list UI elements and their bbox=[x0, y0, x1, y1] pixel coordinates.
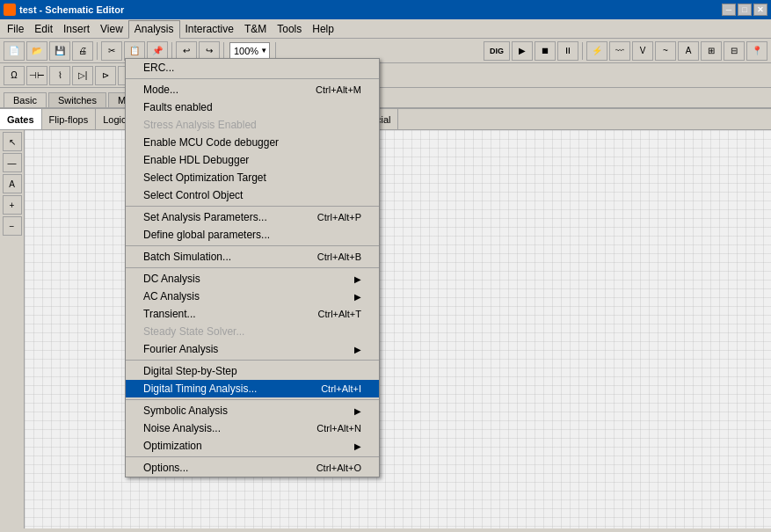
menu-item-enable-hdl-debugger[interactable]: Enable HDL Debugger bbox=[126, 151, 379, 169]
select-tool[interactable]: ↖ bbox=[3, 132, 22, 151]
tab-switches[interactable]: Switches bbox=[48, 92, 106, 107]
wire-tool[interactable]: — bbox=[3, 153, 22, 172]
oscilloscope-button[interactable]: 〰 bbox=[609, 41, 630, 61]
menu-tm[interactable]: T&M bbox=[239, 19, 272, 38]
open-button[interactable]: 📂 bbox=[26, 41, 47, 61]
sep3 bbox=[223, 42, 224, 60]
zoom-dropdown-arrow[interactable]: ▼ bbox=[260, 47, 267, 55]
menu-item-dc-analysis[interactable]: DC Analysis▶ bbox=[126, 270, 379, 288]
probe-button[interactable]: ⚡ bbox=[586, 41, 607, 61]
menu-item-shortcut: Ctrl+Alt+O bbox=[316, 463, 361, 473]
menu-item-shortcut: Ctrl+Alt+T bbox=[317, 309, 361, 319]
menu-item-shortcut: Ctrl+Alt+B bbox=[317, 251, 361, 262]
menu-item-set-analysis-parameters---[interactable]: Set Analysis Parameters...Ctrl+Alt+P bbox=[126, 208, 379, 226]
menu-tools[interactable]: Tools bbox=[272, 19, 307, 38]
comp-transistor[interactable]: ⊳ bbox=[95, 66, 116, 85]
menu-item-label: Stress Analysis Enabled bbox=[143, 119, 257, 131]
menu-separator-27 bbox=[126, 456, 379, 457]
menu-separator-9 bbox=[126, 206, 379, 207]
comp-tab-gates[interactable]: Gates bbox=[0, 109, 42, 129]
comp-capacitor[interactable]: ⊣⊢ bbox=[26, 66, 47, 85]
extra3-button[interactable]: 📍 bbox=[746, 41, 767, 61]
close-button[interactable]: ✕ bbox=[753, 4, 767, 16]
menu-item-label: Optimization bbox=[143, 440, 202, 452]
component-toolbar: Ω ⊣⊢ ⌇ ▷| ⊳ ◎ □ — ⊕ ≡ ⏚ ⏛ bbox=[0, 63, 771, 88]
menu-item-select-optimization-target[interactable]: Select Optimization Target bbox=[126, 169, 379, 186]
menu-item-arrow: ▶ bbox=[354, 441, 361, 451]
menu-item-fourier-analysis[interactable]: Fourier Analysis▶ bbox=[126, 340, 379, 358]
source-button[interactable]: ~ bbox=[655, 41, 676, 61]
zoom-control[interactable]: 100% ▼ bbox=[229, 42, 270, 60]
menu-item-transient---[interactable]: Transient...Ctrl+Alt+T bbox=[126, 305, 379, 323]
menu-bar: File Edit Insert View Analysis Interacti… bbox=[0, 19, 771, 39]
menu-item-label: Batch Simulation... bbox=[143, 251, 231, 263]
comp-diode[interactable]: ▷| bbox=[72, 66, 93, 85]
menu-help[interactable]: Help bbox=[307, 19, 339, 38]
zoom-in-tool[interactable]: + bbox=[3, 195, 22, 215]
menu-item-label: Set Analysis Parameters... bbox=[143, 211, 267, 223]
menu-item-label: Digital Timing Analysis... bbox=[143, 383, 257, 395]
dig-button[interactable]: DIG bbox=[484, 41, 510, 61]
cut-button[interactable]: ✂ bbox=[101, 41, 122, 61]
pause-button[interactable]: ⏸ bbox=[557, 41, 578, 61]
zoom-out-tool[interactable]: − bbox=[3, 216, 22, 236]
menu-edit[interactable]: Edit bbox=[29, 19, 58, 38]
menu-item-arrow: ▶ bbox=[354, 345, 361, 354]
menu-item-arrow: ▶ bbox=[354, 406, 361, 416]
label-tool[interactable]: A bbox=[3, 174, 22, 193]
extra2-button[interactable]: ⊟ bbox=[724, 41, 745, 61]
menu-item-mode---[interactable]: Mode...Ctrl+Alt+M bbox=[126, 81, 379, 98]
analysis-dropdown-menu: ERC...Mode...Ctrl+Alt+MFaults enabledStr… bbox=[125, 58, 380, 477]
print-button[interactable]: 🖨 bbox=[72, 41, 93, 61]
zoom-value: 100% bbox=[232, 46, 260, 56]
menu-item-stress-analysis-enabled: Stress Analysis Enabled bbox=[126, 116, 379, 134]
menu-item-label: Symbolic Analysis bbox=[143, 404, 228, 417]
menu-item-faults-enabled[interactable]: Faults enabled bbox=[126, 98, 379, 116]
menu-item-batch-simulation---[interactable]: Batch Simulation...Ctrl+Alt+B bbox=[126, 248, 379, 266]
menu-item-shortcut: Ctrl+Alt+M bbox=[316, 84, 361, 95]
menu-view[interactable]: View bbox=[95, 19, 128, 38]
menu-item-optimization[interactable]: Optimization▶ bbox=[126, 437, 379, 455]
app-icon bbox=[4, 4, 16, 16]
save-button[interactable]: 💾 bbox=[49, 41, 70, 61]
sep1 bbox=[97, 42, 98, 60]
menu-item-label: ERC... bbox=[143, 62, 174, 74]
menu-item-digital-timing-analysis---[interactable]: Digital Timing Analysis...Ctrl+Alt+I bbox=[126, 380, 379, 397]
menu-item-enable-mcu-code-debugger[interactable]: Enable MCU Code debugger bbox=[126, 134, 379, 151]
minimize-button[interactable]: ─ bbox=[722, 4, 736, 16]
comp-resistor[interactable]: Ω bbox=[4, 66, 25, 85]
menu-item-options---[interactable]: Options...Ctrl+Alt+O bbox=[126, 459, 379, 477]
comp-tab-flipflops[interactable]: Flip-flops bbox=[42, 109, 97, 129]
menu-item-symbolic-analysis[interactable]: Symbolic Analysis▶ bbox=[126, 402, 379, 419]
analysis-button[interactable]: A bbox=[678, 41, 699, 61]
menu-item-label: Faults enabled bbox=[143, 101, 213, 113]
menu-item-label: Select Optimization Target bbox=[143, 171, 266, 184]
new-button[interactable]: 📄 bbox=[4, 41, 25, 61]
menu-item-erc---[interactable]: ERC... bbox=[126, 59, 379, 77]
menu-item-label: Fourier Analysis bbox=[143, 343, 218, 355]
sep5 bbox=[582, 42, 583, 60]
menu-item-label: Transient... bbox=[143, 308, 196, 320]
maximize-button[interactable]: □ bbox=[738, 4, 752, 16]
menu-item-label: Enable MCU Code debugger bbox=[143, 136, 279, 149]
menu-item-noise-analysis---[interactable]: Noise Analysis...Ctrl+Alt+N bbox=[126, 419, 379, 437]
title-bar: test - Schematic Editor ─ □ ✕ bbox=[0, 0, 771, 19]
component-tabs: Gates Flip-flops Logic ICs-MCUs AD/DA-55… bbox=[0, 109, 771, 130]
menu-interactive[interactable]: Interactive bbox=[180, 19, 239, 38]
menu-item-digital-step-by-step[interactable]: Digital Step-by-Step bbox=[126, 362, 379, 380]
comp-inductor[interactable]: ⌇ bbox=[49, 66, 70, 85]
sep4 bbox=[275, 42, 276, 60]
menu-analysis[interactable]: Analysis bbox=[128, 20, 180, 39]
run-button[interactable]: ▶ bbox=[512, 41, 533, 61]
menu-item-define-global-parameters---[interactable]: Define global parameters... bbox=[126, 226, 379, 244]
stop-button[interactable]: ⏹ bbox=[535, 41, 556, 61]
left-toolbar: ↖ — A + − bbox=[0, 130, 25, 528]
menu-item-ac-analysis[interactable]: AC Analysis▶ bbox=[126, 288, 379, 305]
meter-button[interactable]: V bbox=[632, 41, 653, 61]
menu-file[interactable]: File bbox=[2, 19, 29, 38]
menu-item-select-control-object[interactable]: Select Control Object bbox=[126, 186, 379, 204]
extra1-button[interactable]: ⊞ bbox=[701, 41, 722, 61]
menu-item-shortcut: Ctrl+Alt+I bbox=[321, 383, 361, 394]
tab-basic[interactable]: Basic bbox=[4, 92, 47, 107]
menu-insert[interactable]: Insert bbox=[58, 19, 95, 38]
